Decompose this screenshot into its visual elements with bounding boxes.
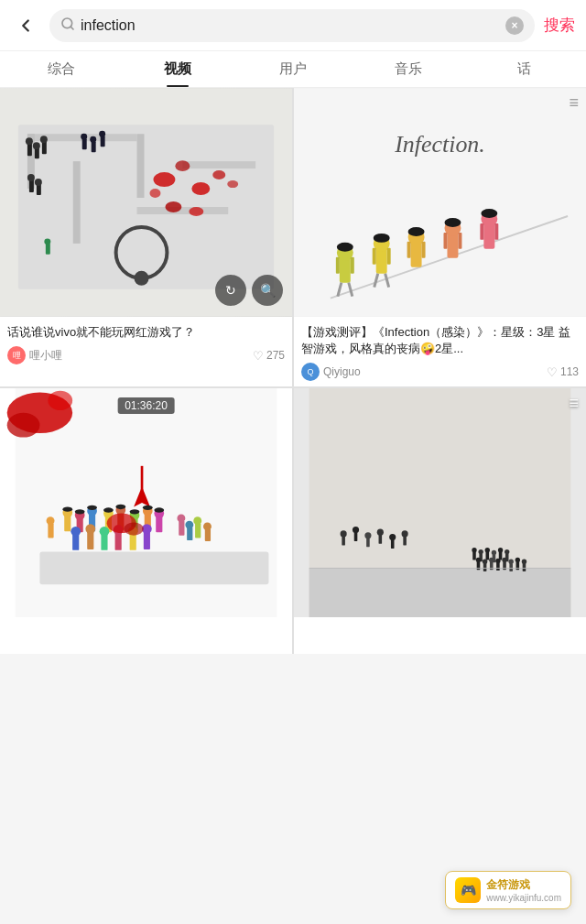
- author-avatar-2: Q: [301, 363, 320, 381]
- svg-rect-47: [373, 248, 376, 265]
- search-icon: [60, 16, 75, 35]
- svg-point-130: [478, 549, 483, 554]
- svg-rect-44: [351, 257, 354, 274]
- svg-rect-101: [72, 534, 79, 550]
- svg-rect-49: [411, 242, 422, 267]
- svg-point-106: [100, 527, 110, 537]
- svg-point-88: [103, 508, 114, 513]
- svg-point-160: [364, 533, 371, 539]
- video-cell-2[interactable]: ≡ Infection.: [294, 88, 586, 386]
- svg-rect-141: [483, 563, 487, 571]
- tab-user[interactable]: 用户: [235, 51, 351, 87]
- svg-rect-18: [27, 143, 32, 156]
- svg-point-29: [81, 134, 87, 140]
- svg-point-146: [495, 559, 500, 563]
- svg-point-72: [7, 413, 40, 438]
- svg-point-118: [177, 515, 185, 523]
- svg-rect-127: [472, 552, 476, 560]
- video-thumbnail-4: ≡: [294, 388, 586, 617]
- video-grid: ↻ 🔍 话说谁说vivo就不能玩网红游戏了？ 哩 哩小哩 ♡ 275 ≡: [0, 88, 586, 654]
- svg-point-114: [124, 523, 143, 536]
- svg-point-100: [154, 508, 164, 513]
- rotate-icon[interactable]: ↻: [215, 275, 246, 306]
- svg-point-148: [502, 558, 506, 562]
- heart-icon-1: ♡: [253, 349, 264, 363]
- back-button[interactable]: [11, 11, 40, 40]
- like-wrap-2: ♡ 113: [547, 365, 579, 379]
- svg-point-14: [149, 189, 160, 198]
- svg-point-63: [408, 227, 425, 236]
- svg-point-164: [389, 534, 396, 540]
- video-meta-1: 哩 哩小哩 ♡ 275: [7, 346, 285, 364]
- svg-point-150: [509, 560, 514, 564]
- svg-point-10: [153, 172, 175, 187]
- svg-rect-111: [144, 532, 150, 550]
- video-title-1: 话说谁说vivo就不能玩网红游戏了？: [7, 324, 285, 341]
- svg-point-64: [444, 218, 461, 227]
- clear-button[interactable]: ×: [505, 16, 524, 35]
- tab-music[interactable]: 音乐: [351, 51, 466, 87]
- like-count-1: 275: [266, 349, 285, 362]
- svg-rect-24: [29, 179, 34, 192]
- svg-line-1: [71, 27, 73, 29]
- zoom-icon[interactable]: 🔍: [252, 275, 283, 306]
- svg-rect-149: [509, 563, 513, 571]
- search-input[interactable]: infection: [81, 17, 505, 34]
- watermark: 🎮 金符游戏 www.yikajinfu.com: [445, 871, 571, 909]
- video-info-4: [294, 617, 586, 654]
- tab-topic[interactable]: 话: [467, 51, 582, 87]
- svg-rect-105: [101, 534, 107, 550]
- svg-rect-121: [195, 524, 201, 538]
- watermark-title: 金符游戏: [486, 877, 561, 893]
- thumb1-overlay: ↻ 🔍: [215, 275, 283, 306]
- author-avatar-1: 哩: [7, 346, 26, 364]
- svg-rect-117: [179, 521, 184, 536]
- svg-rect-115: [48, 524, 53, 538]
- video-cell-4[interactable]: ≡: [294, 388, 586, 654]
- tab-video[interactable]: 视频: [119, 51, 234, 87]
- svg-point-33: [99, 131, 105, 137]
- svg-rect-22: [42, 141, 47, 154]
- svg-rect-123: [205, 529, 211, 541]
- svg-point-79: [62, 507, 72, 512]
- svg-rect-56: [458, 233, 461, 249]
- svg-point-102: [71, 527, 81, 537]
- svg-rect-145: [496, 563, 500, 571]
- svg-point-16: [189, 207, 203, 216]
- svg-point-17: [227, 180, 238, 188]
- video-cell-1[interactable]: ↻ 🔍 话说谁说vivo就不能玩网红游戏了？ 哩 哩小哩 ♡ 275: [0, 88, 292, 386]
- video-thumbnail-1: ↻ 🔍: [0, 88, 292, 317]
- watermark-text: 金符游戏 www.yikajinfu.com: [486, 877, 561, 903]
- watermark-icon: 🎮: [455, 877, 481, 903]
- svg-rect-9: [182, 161, 255, 168]
- svg-point-166: [402, 531, 408, 538]
- svg-point-122: [193, 517, 201, 526]
- video-info-3: [0, 617, 292, 654]
- svg-rect-6: [73, 161, 81, 244]
- video-cell-3[interactable]: 01:36:20: [0, 388, 292, 654]
- svg-point-136: [498, 548, 503, 552]
- watermark-url: www.yikajinfu.com: [486, 893, 561, 903]
- cell-menu-4[interactable]: ≡: [569, 394, 579, 413]
- svg-point-85: [87, 505, 97, 510]
- video-info-1: 话说谁说vivo就不能玩网红游戏了？ 哩 哩小哩 ♡ 275: [0, 317, 292, 370]
- svg-point-104: [85, 525, 95, 535]
- header: infection × 搜索: [0, 0, 586, 51]
- search-submit-button[interactable]: 搜索: [544, 15, 575, 36]
- svg-point-11: [175, 160, 190, 171]
- video-title-2: 【游戏测评】《Infection（感染）》：星级：3星 益智游戏，风格真的丧病🤪…: [301, 324, 579, 357]
- like-wrap-1: ♡ 275: [253, 349, 285, 363]
- search-bar[interactable]: infection ×: [49, 9, 535, 42]
- tab-comprehensive[interactable]: 综合: [4, 51, 119, 87]
- svg-point-128: [472, 548, 476, 552]
- cell-menu-2[interactable]: ≡: [569, 93, 579, 113]
- svg-rect-43: [336, 257, 340, 274]
- svg-rect-98: [156, 516, 162, 533]
- svg-rect-8: [137, 207, 229, 214]
- svg-point-35: [44, 238, 50, 245]
- svg-rect-45: [376, 248, 387, 274]
- svg-rect-38: [294, 88, 586, 316]
- author-name-1: 哩小哩: [29, 348, 62, 364]
- svg-rect-48: [387, 248, 391, 265]
- tab-bar: 综合 视频 用户 音乐 话: [0, 51, 586, 88]
